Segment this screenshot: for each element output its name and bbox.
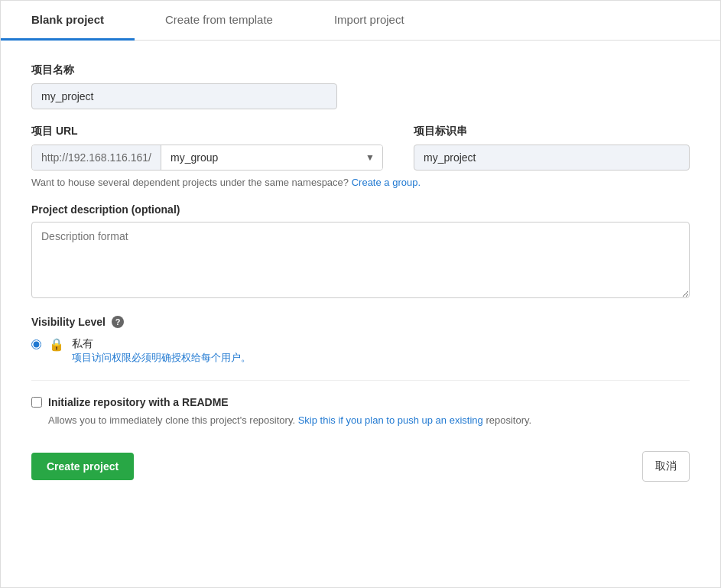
private-radio-input[interactable] bbox=[31, 339, 41, 349]
tab-bar: Blank project Create from template Impor… bbox=[1, 1, 720, 41]
private-radio-option: 🔒 私有 项目访问权限必须明确授权给每个用户。 bbox=[31, 337, 690, 365]
project-name-input[interactable] bbox=[31, 83, 337, 109]
lock-icon: 🔒 bbox=[49, 337, 64, 352]
project-url-section: 项目 URL http://192.168.116.161/ my_group … bbox=[31, 125, 383, 171]
visibility-level-label: Visibility Level ? bbox=[31, 316, 690, 328]
description-section: Project description (optional) bbox=[31, 203, 690, 300]
private-radio-text: 私有 项目访问权限必须明确授权给每个用户。 bbox=[72, 337, 251, 365]
create-project-button[interactable]: Create project bbox=[31, 453, 134, 480]
init-readme-skip-text2: repository. bbox=[486, 414, 531, 426]
init-readme-help-text: Allows you to immediately clone this pro… bbox=[48, 414, 295, 426]
namespace-help: Want to house several dependent projects… bbox=[31, 177, 690, 188]
url-row: 项目 URL http://192.168.116.161/ my_group … bbox=[31, 125, 690, 171]
namespace-select-wrapper: my_group ▼ bbox=[161, 145, 382, 170]
visibility-section: Visibility Level ? 🔒 私有 项目访问权限必须明确授权给每个用… bbox=[31, 316, 690, 365]
description-textarea-wrapper bbox=[31, 222, 690, 300]
project-id-section: 项目标识串 bbox=[414, 125, 690, 171]
project-name-label: 项目名称 bbox=[31, 63, 690, 77]
form-body: 项目名称 项目 URL http://192.168.116.161/ my_g… bbox=[1, 41, 720, 505]
url-base-text: http://192.168.116.161/ bbox=[32, 145, 161, 170]
skip-link[interactable]: Skip this if you plan to push up an exis… bbox=[298, 414, 483, 426]
init-readme-label-text: Initialize repository with a README bbox=[48, 396, 229, 408]
init-readme-help: Allows you to immediately clone this pro… bbox=[48, 413, 690, 428]
visibility-help-icon[interactable]: ? bbox=[112, 316, 124, 328]
namespace-help-text: Want to house several dependent projects… bbox=[31, 177, 349, 188]
tab-blank-project[interactable]: Blank project bbox=[1, 1, 135, 41]
project-id-input[interactable] bbox=[414, 145, 690, 171]
project-name-section: 项目名称 bbox=[31, 63, 690, 109]
description-textarea[interactable] bbox=[31, 222, 690, 298]
create-group-link[interactable]: Create a group. bbox=[352, 177, 421, 188]
init-readme-checkbox[interactable] bbox=[31, 397, 42, 408]
divider bbox=[31, 380, 690, 381]
visibility-label-text: Visibility Level bbox=[31, 316, 106, 328]
page-container: Blank project Create from template Impor… bbox=[0, 0, 721, 588]
cancel-button[interactable]: 取消 bbox=[642, 451, 690, 482]
buttons-row: Create project 取消 bbox=[31, 451, 690, 482]
description-label: Project description (optional) bbox=[31, 203, 690, 216]
tab-create-from-template[interactable]: Create from template bbox=[135, 1, 304, 41]
init-readme-label-row: Initialize repository with a README bbox=[31, 396, 690, 408]
url-input-group: http://192.168.116.161/ my_group ▼ bbox=[31, 145, 383, 171]
namespace-select[interactable]: my_group bbox=[161, 145, 382, 170]
private-label: 私有 bbox=[72, 337, 251, 351]
project-url-label: 项目 URL bbox=[31, 125, 383, 138]
tab-import-project[interactable]: Import project bbox=[304, 1, 435, 41]
project-id-label: 项目标识串 bbox=[414, 125, 690, 138]
private-sublabel: 项目访问权限必须明确授权给每个用户。 bbox=[72, 351, 251, 365]
init-readme-section: Initialize repository with a README Allo… bbox=[31, 396, 690, 428]
